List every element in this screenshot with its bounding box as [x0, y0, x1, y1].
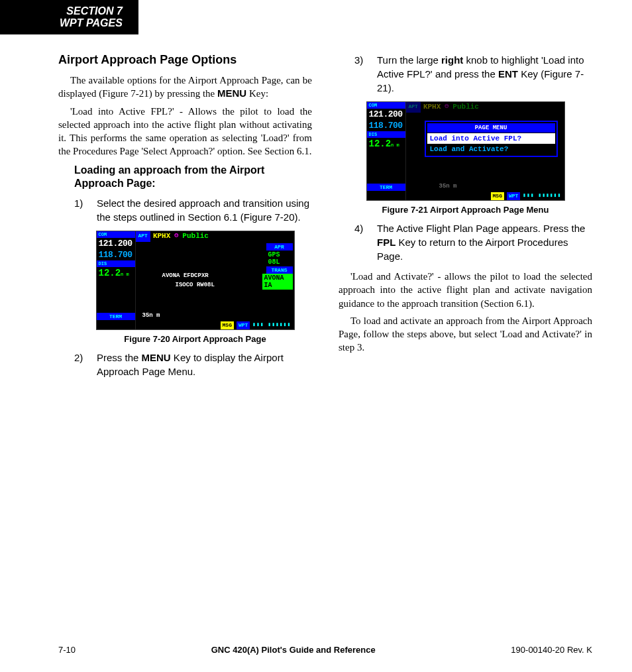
load-fpl-paragraph: 'Load into Active FPL?' - Allows the pil… — [58, 105, 312, 158]
section-header: SECTION 7 WPT PAGES — [0, 0, 138, 34]
page-footer: 7-10 GNC 420(A) Pilot's Guide and Refere… — [58, 645, 592, 655]
document-title: GNC 420(A) Pilot's Guide and Reference — [211, 645, 376, 655]
gps-screenshot-7-21: COM 121.200 118.700 DIS 12.2n m TERM APT… — [366, 101, 565, 201]
symbol-icon: ⊖ — [173, 231, 180, 242]
step-4: 4) The Active Flight Plan Page appears. … — [354, 221, 592, 263]
load-activate-paragraph: 'Load and Activate?' - allows the pilot … — [339, 270, 592, 310]
section-title: WPT PAGES — [60, 17, 123, 29]
gps-screenshot-7-20: COM 121.200 118.700 DIS 12.2n m TERM APT… — [96, 231, 295, 330]
left-column: Airport Approach Page Options The availa… — [58, 53, 312, 385]
page-menu-box: PAGE MENU Load into Active FPL? Load and… — [425, 121, 558, 157]
document-revision: 190-00140-20 Rev. K — [511, 645, 592, 655]
page-bars-icon: ▮▮▮ ▮▮▮▮▮▮ — [252, 321, 291, 329]
page-number: 7-10 — [58, 645, 76, 655]
subheading-loading-approach: Loading an approach from the Airport App… — [74, 164, 312, 192]
page-bars-icon: ▮▮▮ ▮▮▮▮▮▮ — [523, 192, 561, 200]
figure-7-21-caption: Figure 7-21 Airport Approach Page Menu — [339, 205, 592, 215]
heading-airport-approach-options: Airport Approach Page Options — [58, 53, 312, 67]
step-2: 2) Press the MENU Key to display the Air… — [74, 351, 312, 378]
section-number: SECTION 7 — [60, 5, 123, 17]
page-menu-title: PAGE MENU — [427, 123, 555, 133]
content-columns: Airport Approach Page Options The availa… — [58, 53, 592, 385]
step-1: 1) Select the desired approach and trans… — [74, 196, 312, 224]
menu-item-load-activate: Load and Activate? — [427, 144, 555, 154]
step-3: 3) Turn the large right knob to highligh… — [354, 53, 592, 95]
steps-list: 1) Select the desired approach and trans… — [74, 196, 312, 224]
steps-list-right: 3) Turn the large right knob to highligh… — [354, 53, 592, 95]
right-column: 3) Turn the large right knob to highligh… — [339, 53, 592, 385]
figure-7-21: COM 121.200 118.700 DIS 12.2n m TERM APT… — [339, 101, 592, 215]
steps-list-cont: 2) Press the MENU Key to display the Air… — [74, 351, 312, 378]
menu-key-ref: MENU — [217, 87, 246, 99]
menu-item-load-active: Load into Active FPL? — [427, 133, 555, 144]
intro-paragraph: The available options for the Airport Ap… — [58, 74, 312, 101]
figure-7-20: COM 121.200 118.700 DIS 12.2n m TERM APT… — [78, 231, 312, 344]
figure-7-20-caption: Figure 7-20 Airport Approach Page — [78, 334, 312, 344]
closing-paragraph: To load and activate an approach from th… — [339, 314, 592, 355]
steps-list-right-2: 4) The Active Flight Plan Page appears. … — [354, 221, 592, 263]
